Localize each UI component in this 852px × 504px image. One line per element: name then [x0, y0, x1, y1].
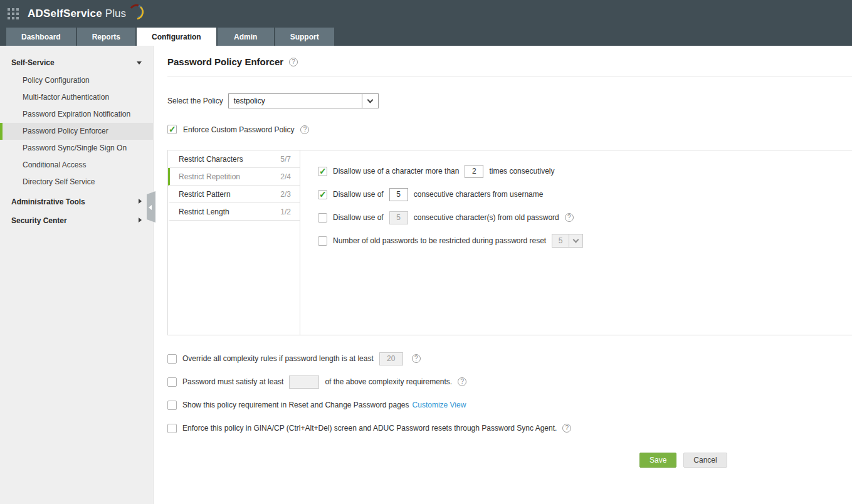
help-icon[interactable]: ?	[565, 213, 574, 222]
rule-text: of the above complexity requirements.	[325, 377, 452, 386]
rule-old-password-chars: Disallow use of consecutive character(s)…	[318, 211, 852, 224]
sidebar-item-password-expiration-notification[interactable]: Password Expiration Notification	[0, 106, 153, 123]
policy-select[interactable]: testpolicy	[228, 93, 379, 108]
rule-char-repeat-checkbox[interactable]	[318, 167, 327, 176]
rule-satisfy-count: Password must satisfy at least of the ab…	[167, 375, 852, 389]
page-title: Password Policy Enforcer	[167, 56, 283, 67]
sidebar-section-security-center[interactable]: Security Center	[0, 211, 153, 230]
sidebar-item-multi-factor-authentication[interactable]: Multi-factor Authentication	[0, 89, 153, 106]
sidebar-item-conditional-access[interactable]: Conditional Access	[0, 157, 153, 174]
rule-username-chars-checkbox[interactable]	[318, 190, 327, 199]
main-content: Password Policy Enforcer ? Select the Po…	[154, 46, 852, 504]
help-icon[interactable]: ?	[412, 354, 421, 363]
collapse-left-icon	[149, 205, 152, 210]
app-window: ADSelfService Plus Dashboard Reports Con…	[0, 0, 852, 504]
rule-enforce-gina: Enforce this policy in GINA/CP (Ctrl+Alt…	[167, 421, 852, 435]
rule-username-chars-input[interactable]	[389, 188, 408, 201]
enforce-custom-policy-label: Enforce Custom Password Policy	[183, 125, 294, 134]
brand-swoosh-icon	[127, 3, 144, 20]
sidebar-item-directory-self-service[interactable]: Directory Self Service	[0, 174, 153, 191]
override-length-checkbox[interactable]	[167, 354, 177, 364]
sidebar-item-password-sync-single-sign-on[interactable]: Password Sync/Single Sign On	[0, 140, 153, 157]
chevron-right-icon	[139, 218, 142, 223]
cancel-button[interactable]: Cancel	[683, 453, 727, 468]
rule-override-length: Override all complexity rules if passwor…	[167, 352, 852, 365]
rule-char-repeat: Disallow use of a character more than ti…	[318, 164, 852, 178]
repetition-rules: Disallow use of a character more than ti…	[300, 150, 852, 335]
tab-dashboard[interactable]: Dashboard	[6, 28, 76, 46]
sidebar-item-policy-configuration[interactable]: Policy Configuration	[0, 72, 153, 89]
rule-old-password-chars-checkbox[interactable]	[318, 213, 327, 223]
title-separator	[167, 76, 852, 76]
select-chevron-cell	[569, 234, 582, 247]
select-value: 5	[552, 236, 569, 245]
show-requirement-checkbox[interactable]	[167, 401, 177, 410]
rule-count-badge: 2/3	[280, 190, 291, 199]
sidebar-section-label: Administrative Tools	[11, 197, 85, 206]
brand-name: ADSelfService	[28, 8, 102, 20]
rule-username-chars: Disallow use of consecutive characters f…	[318, 187, 852, 201]
chevron-down-icon	[367, 97, 373, 103]
rule-text: Override all complexity rules if passwor…	[182, 354, 374, 363]
general-rules: Override all complexity rules if passwor…	[167, 352, 852, 435]
rule-count-badge: 2/4	[280, 172, 291, 181]
enforce-custom-policy-checkbox[interactable]	[167, 125, 177, 134]
rule-old-passwords-count: Number of old passwords to be restricted…	[318, 234, 852, 248]
sidebar-section-label: Self-Service	[11, 58, 55, 67]
help-icon[interactable]: ?	[458, 377, 466, 386]
customize-view-link[interactable]: Customize View	[413, 401, 466, 409]
sidebar-section-self-service[interactable]: Self-Service	[0, 53, 153, 72]
sidebar-section-administrative-tools[interactable]: Administrative Tools	[0, 192, 153, 211]
rule-category-tabs: Restrict Characters 5/7 Restrict Repetit…	[167, 150, 300, 335]
rule-old-passwords-count-checkbox[interactable]	[318, 236, 327, 246]
rule-text: consecutive characters from username	[414, 190, 544, 199]
select-chevron-cell[interactable]	[362, 94, 378, 108]
tab-reports[interactable]: Reports	[77, 28, 135, 46]
rule-count-badge: 1/2	[280, 207, 291, 216]
rule-char-repeat-input[interactable]	[465, 165, 483, 178]
form-actions: Save Cancel	[639, 453, 852, 468]
tab-restrict-length[interactable]: Restrict Length 1/2	[168, 203, 300, 221]
rule-text: Disallow use of	[333, 190, 384, 199]
policy-rules-panel: Restrict Characters 5/7 Restrict Repetit…	[167, 150, 852, 335]
rule-old-password-chars-input[interactable]	[389, 211, 408, 224]
brand-logo: ADSelfService Plus	[28, 8, 144, 20]
rule-text: Disallow use of	[333, 213, 384, 222]
app-body: Self-Service Policy Configuration Multi-…	[0, 46, 852, 504]
satisfy-count-input[interactable]	[289, 375, 319, 389]
policy-select-value: testpolicy	[229, 97, 362, 105]
top-bar: ADSelfService Plus	[0, 0, 852, 28]
rule-text: Disallow use of a character more than	[333, 167, 459, 176]
rule-text: Enforce this policy in GINA/CP (Ctrl+Alt…	[182, 424, 557, 433]
chevron-down-icon	[137, 61, 142, 65]
brand-suffix: Plus	[105, 8, 126, 20]
help-icon[interactable]: ?	[562, 424, 571, 433]
rule-text: times consecutively	[489, 167, 554, 176]
tab-restrict-pattern[interactable]: Restrict Pattern 2/3	[168, 186, 300, 203]
help-icon[interactable]: ?	[300, 125, 309, 134]
app-grid-icon[interactable]	[8, 8, 19, 19]
tab-support[interactable]: Support	[275, 28, 334, 46]
rule-show-requirement: Show this policy requirement in Reset an…	[167, 398, 852, 412]
rule-text: Number of old passwords to be restricted…	[333, 236, 546, 245]
main-nav: Dashboard Reports Configuration Admin Su…	[0, 28, 852, 46]
tab-configuration[interactable]: Configuration	[137, 28, 216, 46]
rule-text: Show this policy requirement in Reset an…	[182, 401, 409, 409]
sidebar-item-password-policy-enforcer[interactable]: Password Policy Enforcer	[0, 123, 153, 140]
tab-admin[interactable]: Admin	[218, 28, 274, 46]
sidebar-section-label: Security Center	[11, 216, 67, 225]
help-icon[interactable]: ?	[289, 58, 298, 66]
save-button[interactable]: Save	[639, 453, 676, 468]
sidebar: Self-Service Policy Configuration Multi-…	[0, 46, 154, 504]
rule-count-badge: 5/7	[280, 155, 291, 164]
tab-restrict-characters[interactable]: Restrict Characters 5/7	[168, 150, 300, 168]
satisfy-count-checkbox[interactable]	[167, 377, 177, 387]
tab-restrict-repetition[interactable]: Restrict Repetition 2/4	[168, 168, 300, 186]
old-passwords-count-select[interactable]: 5	[552, 234, 583, 248]
chevron-down-icon	[573, 236, 579, 243]
override-length-input[interactable]	[379, 352, 403, 365]
enforce-gina-checkbox[interactable]	[167, 424, 177, 433]
rule-text: consecutive character(s) from old passwo…	[414, 213, 559, 222]
policy-select-label: Select the Policy	[167, 97, 223, 105]
rule-text: Password must satisfy at least	[182, 377, 283, 386]
